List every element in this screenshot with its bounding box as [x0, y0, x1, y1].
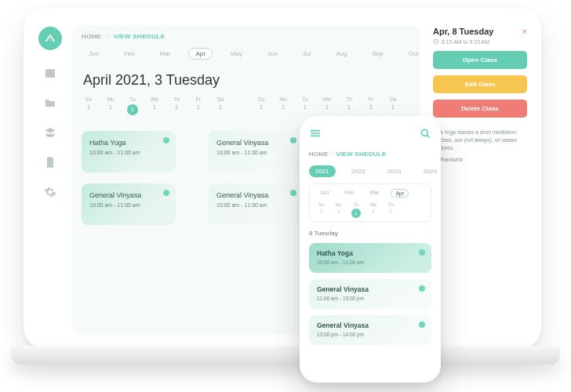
detail-panel: Apr, 8 Tuesday 8:15 AM to 9:15 AM × Open… — [430, 25, 527, 335]
svg-line-8 — [427, 135, 429, 137]
chevron-right-icon: › — [107, 33, 109, 40]
day-cell[interactable]: Th1 — [342, 96, 356, 115]
day-cell[interactable]: Su1 — [254, 96, 268, 115]
day-cell[interactable]: Mo1 — [104, 96, 118, 115]
detail-date-title: Apr, 8 Tuesday — [433, 27, 493, 36]
status-dot-icon — [163, 137, 169, 143]
menu-icon[interactable] — [309, 127, 322, 143]
week-strip: Su1Mo1Tu1We1Th1Fr1Sa1 Su1Mo1Tu1We1Th1Fr1… — [82, 96, 411, 115]
detail-time-subtitle: 8:15 AM to 9:15 AM — [433, 38, 493, 45]
phone-day-cell[interactable]: Mo1 — [333, 202, 344, 218]
phone-breadcrumb-home[interactable]: HOME — [309, 151, 329, 158]
phone-class-card[interactable]: General Vinyasa11:00 am - 13:00 pm — [309, 279, 431, 309]
laptop-frame: HOME › VIEW SHEDULE JunFebMarAprMayJunJu… — [24, 8, 541, 349]
breadcrumb-current: VIEW SHEDULE — [114, 33, 165, 40]
status-dot-icon — [419, 249, 425, 256]
phone-breadcrumb: HOME›VIEW SHEDULE — [309, 151, 431, 158]
class-card[interactable]: General Vinyasa10:00 am - 11:00 am — [82, 183, 176, 225]
phone-date-label: 8 Tuesday — [309, 230, 431, 237]
status-dot-icon — [163, 190, 169, 196]
day-cell[interactable]: Sa1 — [213, 96, 227, 115]
calendar-icon[interactable] — [43, 66, 57, 80]
phone-class-card[interactable]: General Vinyasa13:00 pm - 14:00 pm — [309, 315, 431, 345]
phone-month-apr[interactable]: Apr — [391, 189, 409, 198]
day-cell[interactable]: Tu1 — [125, 96, 140, 115]
class-card[interactable]: General Vinyasa10:00 am - 11:00 am — [209, 131, 303, 172]
day-cell[interactable]: Sa1 — [386, 96, 400, 115]
month-aug[interactable]: Aug — [329, 48, 354, 60]
year-2021[interactable]: 2021 — [309, 165, 336, 177]
breadcrumb-home[interactable]: HOME — [82, 33, 102, 40]
day-cell[interactable]: Th1 — [169, 96, 184, 115]
phone-day-cell[interactable]: Su1 — [316, 202, 327, 218]
year-2023[interactable]: 2023 — [381, 165, 408, 177]
class-card[interactable]: Hatha Yoga10:00 am - 11:00 am — [82, 131, 176, 172]
close-icon[interactable]: × — [522, 27, 527, 36]
day-cell[interactable]: We1 — [147, 96, 162, 115]
phone-month-day-box: JunFebMarApr Su1Mo1Tu1We1Th1 — [309, 183, 431, 222]
phone-day-cell[interactable]: Tu1 — [351, 202, 362, 218]
page-title: April 2021, 3 Tuesday — [83, 72, 411, 89]
settings-icon[interactable] — [43, 185, 57, 199]
open-class-button[interactable]: Open Class — [433, 51, 527, 69]
document-icon[interactable] — [43, 155, 57, 169]
search-icon[interactable] — [419, 127, 431, 143]
month-mar[interactable]: Mar — [153, 48, 178, 60]
day-cell[interactable]: Mo1 — [276, 96, 290, 115]
phone-frame: HOME›VIEW SHEDULE 20212022202320242025 J… — [300, 116, 441, 383]
phone-day-cell[interactable]: We1 — [368, 202, 379, 218]
status-dot-icon — [419, 321, 425, 328]
status-dot-icon — [419, 285, 425, 292]
svg-point-0 — [49, 39, 51, 41]
year-selector: 20212022202320242025 — [309, 165, 431, 177]
month-jun[interactable]: Jun — [82, 48, 106, 60]
status-dot-icon — [290, 137, 296, 143]
month-may[interactable]: May — [224, 48, 249, 60]
laptop-base — [11, 346, 560, 365]
month-jul[interactable]: Jul — [296, 48, 318, 60]
app-shell: HOME › VIEW SHEDULE JunFebMarAprMayJunJu… — [38, 25, 527, 335]
month-oct[interactable]: Oct — [402, 48, 420, 60]
phone-month-jun[interactable]: Jun — [316, 189, 333, 198]
phone-month-mar[interactable]: Mar — [366, 189, 383, 198]
month-sep[interactable]: Sep — [365, 48, 390, 60]
phone-month-feb[interactable]: Feb — [340, 189, 358, 198]
svg-point-7 — [421, 129, 427, 136]
phone-class-card[interactable]: Hatha Yoga10:00 am - 11:00 am — [309, 243, 431, 273]
status-dot-icon — [290, 190, 296, 196]
folder-icon[interactable] — [43, 96, 57, 110]
day-cell[interactable]: Tu1 — [298, 96, 312, 115]
app-logo[interactable] — [38, 27, 62, 50]
edit-class-button[interactable]: Edit Class — [433, 75, 527, 93]
month-jun[interactable]: Jun — [260, 48, 285, 60]
phone-day-cell[interactable]: Th1 — [385, 202, 396, 218]
breadcrumb: HOME › VIEW SHEDULE — [82, 33, 411, 40]
month-selector: JunFebMarAprMayJunJulAugSepOctNovDec — [82, 48, 411, 60]
year-2022[interactable]: 2022 — [345, 165, 372, 177]
year-2024[interactable]: 2024 — [416, 165, 441, 177]
day-cell[interactable]: Fr1 — [191, 96, 205, 115]
detail-description: atha Yoga classes a short meditation, xe… — [433, 129, 527, 164]
day-cell[interactable]: Su1 — [82, 96, 96, 115]
phone-breadcrumb-current: VIEW SHEDULE — [336, 151, 387, 158]
delete-class-button[interactable]: Delete Class — [433, 100, 527, 118]
month-apr[interactable]: Apr — [188, 48, 212, 60]
sidebar — [38, 25, 63, 335]
day-cell[interactable]: We1 — [320, 96, 334, 115]
month-feb[interactable]: Feb — [117, 48, 142, 60]
class-card[interactable]: General Vinyasa10:00 am - 11:00 am — [209, 183, 303, 225]
day-cell[interactable]: Fr1 — [364, 96, 378, 115]
student-icon[interactable] — [43, 125, 57, 140]
